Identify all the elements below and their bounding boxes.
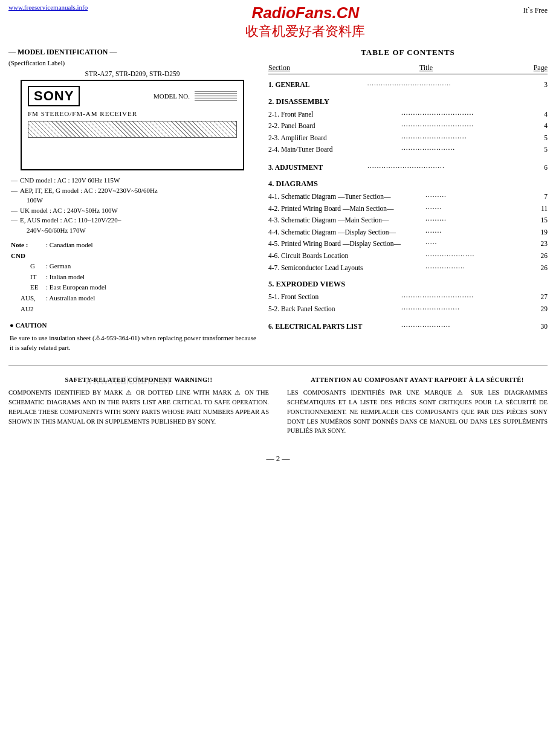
safety-right: ATTENTION AU COMPOSANT AYANT RAPPORT À L… [287, 375, 548, 436]
toc-dots-adjustment: ································· [365, 162, 529, 174]
toc-dots-4-1: ········· [425, 191, 529, 203]
toc-section-3: 3. ADJUSTMENT ··························… [268, 162, 548, 174]
caution-body: Be sure to use insulation sheet (⚠4-959-… [10, 333, 256, 353]
toc-section-5-title: 5. EXPRODED VIEWS [268, 280, 548, 289]
toc-section-6: 6. ELECTRICAL PARTS LIST ···············… [268, 321, 548, 333]
note-grid: Note : CND : Canadian model G : German I… [11, 240, 256, 314]
toc-page-2-3: 5 [529, 132, 548, 144]
fm-label: FM STEREO/FM-AM RECEIVER [28, 110, 237, 117]
toc-page-adjustment: 6 [529, 162, 548, 174]
toc-title: TABLE OF CONTENTS [268, 48, 548, 57]
caution-title: ● CAUTION [10, 320, 256, 331]
toc-page-2-2: 4 [529, 120, 548, 132]
toc-item-4-6: 4-6. Circuit Boards Location ···········… [268, 250, 548, 262]
toc-col-section-header: Section [268, 63, 329, 73]
toc-item-electrical: 6. ELECTRICAL PARTS LIST ···············… [268, 321, 548, 333]
spec-row-4: — E, AUS model : AC : 110~120V/220~ 240V… [11, 215, 256, 235]
toc-item-2-3: 2-3. Amplifier Board ···················… [268, 132, 548, 144]
note-section: Note : CND : Canadian model G : German I… [8, 240, 256, 314]
sony-brand-row: SONY MODEL NO. [28, 86, 237, 106]
page-number: — 2 — [0, 448, 556, 472]
toc-item-4-1-label: 4-1. Schematic Diagram —Tuner Section— [268, 191, 425, 203]
toc-dots-5-1: ······························· [401, 291, 529, 303]
toc-item-4-3: 4-3. Schematic Diagram —Main Section— ··… [268, 215, 548, 227]
toc-item-4-2: 4-2. Printed Wiring Board —Main Section—… [268, 203, 548, 215]
toc-page-4-7: 26 [529, 262, 548, 274]
toc-dots-general: ····································· [365, 79, 529, 91]
toc-item-4-3-label: 4-3. Schematic Diagram —Main Section— [268, 215, 425, 227]
toc-section-5: 5. EXPRODED VIEWS 5-1. Front Section ···… [268, 280, 548, 315]
right-column: TABLE OF CONTENTS Section Title Page 1. … [262, 48, 548, 353]
model-no-label: MODEL NO. [154, 92, 190, 100]
brand-center: RadioFans.CN 收音机爱好者资料库 [88, 4, 523, 40]
toc-header-row: Section Title Page [268, 63, 548, 74]
toc-col-page-header: Page [523, 63, 548, 73]
toc-item-4-5-label: 4-5. Printed Wiring Board —Display Secti… [268, 238, 425, 250]
page-header: www.freeservicemanuals.info RadioFans.CN… [0, 0, 556, 42]
website-link[interactable]: www.freeservicemanuals.info [8, 4, 88, 11]
toc-item-4-2-label: 4-2. Printed Wiring Board —Main Section— [268, 203, 425, 215]
note-aus-val: : Australian model [46, 293, 256, 314]
brand-title-en: RadioFans.CN [88, 4, 523, 22]
toc-section-4-title: 4. DIAGRAMS [268, 179, 548, 189]
toc-page-4-3: 15 [529, 215, 548, 227]
toc-page-2-1: 4 [529, 109, 548, 121]
toc-page-4-5: 23 [529, 238, 548, 250]
toc-dots-2-2: ······························· [401, 120, 529, 132]
toc-item-2-1-label: 2-1. Front Panel [268, 109, 401, 121]
toc-item-5-1-label: 5-1. Front Section [268, 291, 401, 303]
model-id-title: — MODEL IDENTIFICATION — [8, 48, 256, 57]
spec-label: (Specification Label) [8, 59, 256, 66]
hatching-graphic [28, 121, 237, 138]
sony-brand-logo: SONY [28, 86, 80, 106]
spec-row-1: — CND model : AC : 120V 60Hz 115W [11, 175, 256, 186]
toc-dots-4-5: ····· [425, 238, 529, 250]
specs-list: — CND model : AC : 120V 60Hz 115W — AEP,… [8, 175, 256, 235]
toc-page-5-2: 29 [529, 303, 548, 315]
toc-section-4: 4. DIAGRAMS 4-1. Schematic Diagram —Tune… [268, 179, 548, 274]
caution-section: ● CAUTION Be sure to use insulation shee… [8, 320, 256, 353]
toc-item-4-5: 4-5. Printed Wiring Board —Display Secti… [268, 238, 548, 250]
toc-item-2-4-label: 2-4. Main/Tuner Board [268, 144, 401, 156]
toc-item-5-1: 5-1. Front Section ·····················… [268, 291, 548, 303]
note-ee-val: : East European model [46, 282, 256, 293]
model-no-area: MODEL NO. [154, 91, 237, 101]
toc-item-5-2-label: 5-2. Back Panel Section [268, 303, 401, 315]
safety-left-body: COMPONENTS IDENTIFIED BY MARK ⚠ OR DOTTE… [8, 388, 269, 426]
toc-dots-2-1: ······························· [401, 109, 529, 121]
safety-warnings: SAFETY-RELATED COMPONENT WARNING!! COMPO… [8, 375, 548, 436]
toc-dots-4-7: ················· [425, 262, 529, 274]
left-column: — MODEL IDENTIFICATION — (Specification … [8, 48, 262, 353]
toc-item-general-label: 1. GENERAL [268, 79, 365, 91]
toc-item-2-2: 2-2. Panel Board ·······················… [268, 120, 548, 132]
toc-dots-2-3: ···························· [401, 132, 529, 144]
toc-dots-4-3: ········· [425, 215, 529, 227]
toc-item-electrical-label: 6. ELECTRICAL PARTS LIST [268, 321, 401, 333]
bottom-safety-section: SAFETY-RELATED COMPONENT WARNING!! COMPO… [0, 365, 556, 436]
note-aus-key: AUS, AU2 [11, 293, 41, 314]
note-cnd-val: : Canadian model [46, 240, 256, 261]
brand-title-cn: 收音机爱好者资料库 [88, 22, 523, 40]
sony-label-box: SONY MODEL NO. FM STEREO/FM-AM RECEIVER [21, 80, 244, 170]
note-ee-key: EE [11, 282, 41, 293]
toc-page-4-2: 11 [529, 203, 548, 215]
safety-right-body: LES COMPOSANTS IDENTIFIÉS PAR UNE MARQUE… [287, 388, 548, 436]
toc-page-electrical: 30 [529, 321, 548, 333]
toc-item-4-7: 4-7. Semiconductor Lead Layouts ········… [268, 262, 548, 274]
toc-page-2-4: 5 [529, 144, 548, 156]
toc-page-4-6: 26 [529, 250, 548, 262]
toc-item-2-4: 2-4. Main/Tuner Board ··················… [268, 144, 548, 156]
model-no-lines [195, 91, 237, 101]
toc-item-adjustment: 3. ADJUSTMENT ··························… [268, 162, 548, 174]
toc-item-2-2-label: 2-2. Panel Board [268, 120, 401, 132]
spec-row-3: — UK model : AC : 240V~50Hz 100W [11, 205, 256, 216]
sony-box-spacer [28, 140, 237, 164]
toc-item-4-6-label: 4-6. Circuit Boards Location [268, 250, 425, 262]
tagline: It`s Free [523, 4, 548, 15]
toc-item-5-2: 5-2. Back Panel Section ················… [268, 303, 548, 315]
note-g-key: G [11, 261, 41, 272]
toc-dots-electrical: ····················· [401, 321, 529, 333]
toc-dots-4-2: ······· [425, 203, 529, 215]
toc-page-4-1: 7 [529, 191, 548, 203]
note-it-val: : Italian model [46, 272, 256, 283]
